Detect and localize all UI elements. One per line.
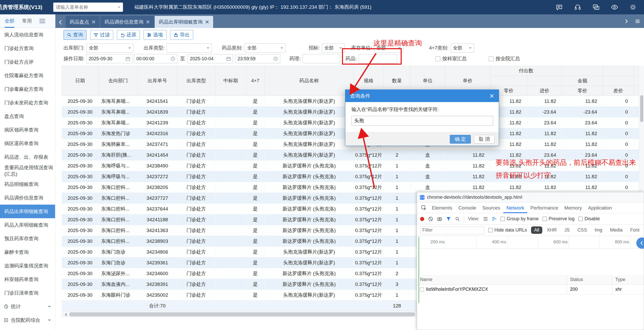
devtools-tab[interactable]: Network [503,203,527,213]
menu-list-icon[interactable] [39,21,45,21]
tabs-scroll-right-icon[interactable] [624,18,629,24]
sidebar-item[interactable]: 盘点查询 [0,109,55,123]
ok-button[interactable]: 确 定 [450,135,471,144]
sidebar-item[interactable]: 药品进、出、存报表 [0,150,55,164]
col-header-bid-period[interactable]: 中标期 [215,66,246,96]
tabs-back-icon[interactable] [58,20,63,25]
col-header-price-diff[interactable]: 差价 [603,86,634,96]
sidebar-item[interactable]: 门诊处方点评 [0,55,55,69]
checkbox-icon[interactable] [435,56,440,61]
time-from-input[interactable]: 00:00:00 [134,54,178,63]
clear-icon[interactable] [428,216,433,222]
sidebar-item[interactable]: 药品调价信息查询 [0,191,55,205]
tabs-menu-icon[interactable] [635,18,640,24]
filter-button[interactable]: 过滤 [90,30,113,40]
request-type-pill[interactable]: Font [627,226,642,234]
devtools-tab[interactable]: Performance [527,203,561,213]
col-header-drug-name[interactable]: 药品名称 [265,66,354,96]
summarize-by-department-checkbox[interactable]: 按科室汇总 [435,54,467,64]
checkbox-icon[interactable] [489,56,494,61]
sidebar-item[interactable]: 门诊未发药处方查询 [0,96,55,109]
request-type-pill[interactable]: Img [591,226,605,234]
checkbox-icon[interactable] [543,217,547,221]
drug-category-select[interactable]: 全部 [245,43,286,53]
col-header-type[interactable]: Type [612,275,644,284]
scroll-left-icon[interactable] [63,313,67,316]
tab-close-icon[interactable] [205,20,209,24]
sidebar-item[interactable]: 药品明细账查询 [0,177,55,191]
record-icon[interactable] [420,217,424,221]
col-header-date[interactable]: 日期 [62,66,99,96]
col-header-out-type[interactable]: 出库类型 [177,66,215,96]
col-header-amount[interactable]: 金额 [562,76,603,86]
horizontal-scroll-thumb[interactable] [69,312,415,316]
col-header-purchase-price[interactable]: 进价 [527,86,562,96]
sidebar-group-inpatient-dispensing[interactable]: 住院配药综合 [0,313,55,327]
sidebar-item[interactable]: 贵重药品使用情况查询(汇总) [0,164,55,177]
pharmacology-input[interactable] [303,54,340,63]
dialog-close-icon[interactable] [490,94,494,98]
sidebar-item[interactable]: 药品入库明细账查询 [0,218,55,232]
summarize-by-hospital-checkbox[interactable]: 按全院汇总 [489,54,520,64]
menu-search-input[interactable] [56,5,118,10]
inspect-element-icon[interactable] [421,205,427,211]
sidebar-item[interactable]: 预且药库存查询 [0,232,55,245]
date-to-input[interactable]: 2025-10-04 [188,54,233,63]
sidebar-item[interactable]: 科室领药单查询 [0,273,55,286]
request-type-pill[interactable]: Media [607,226,626,234]
request-type-pill[interactable]: XHR [544,226,560,234]
menu-search-box[interactable] [53,3,123,12]
document-tab[interactable]: 药品出库明细账查询 [155,16,213,28]
network-filter-input[interactable] [420,226,484,234]
sidebar-item[interactable]: 门诊处方查询 [0,42,55,55]
restore-button[interactable]: 还原 [117,30,140,40]
menu-seg-common[interactable]: 常用 [22,14,32,28]
col-header-dept[interactable]: 去向部门 [99,66,138,96]
request-type-pill[interactable]: JS [561,226,573,234]
search-icon[interactable] [455,216,460,222]
options-button[interactable]: 选项 [143,30,167,40]
bidding-select[interactable]: 全部 [322,43,345,53]
checkbox-icon[interactable] [501,217,505,221]
col-header-retail-amount[interactable]: 零价 [562,86,603,96]
hide-data-urls-checkbox[interactable]: Hide data URLs [488,227,527,233]
col-header-order-no[interactable]: 出库单号 [138,66,177,96]
tab-close-icon[interactable] [92,20,96,24]
sidebar-item[interactable]: 病区领药单查询 [0,123,55,137]
devtools-tab[interactable]: Memory [561,203,585,213]
request-type-pill[interactable]: CSS [574,226,590,234]
checkbox-icon[interactable] [578,217,583,221]
disable-cache-checkbox[interactable]: Disable [578,216,600,222]
group-by-frame-checkbox[interactable]: Group by frame [501,216,539,222]
headset-icon[interactable] [574,3,581,11]
screenshot-camera-icon[interactable] [437,216,442,222]
preserve-log-checkbox[interactable]: Preserve log [543,216,575,222]
cancel-button[interactable]: 取 消 [474,135,495,144]
eye-icon[interactable] [611,3,618,11]
tab-close-icon[interactable] [146,20,150,24]
out-department-select[interactable]: 全部 [86,43,133,53]
message-icon[interactable] [555,3,563,11]
query-button[interactable]: 查询 [64,30,87,40]
devtools-tab[interactable]: Sources [479,203,503,213]
table-row[interactable]: 2025-09-30 东海口腔科... 34238205 门诊处方 是 新达罗缓… [62,182,644,193]
sidebar-item[interactable]: 药品出库明细账查询 [0,205,55,218]
request-type-pill[interactable]: All [531,226,542,234]
checkbox-icon[interactable] [488,228,493,232]
dialog-titlebar[interactable]: 查询条件 [345,90,499,102]
network-timeline[interactable]: 200 ms400 ms600 ms800 ms [417,236,644,249]
sidebar-item[interactable]: 住院毒麻处方查询 [0,69,55,82]
keyword-input[interactable] [351,116,493,126]
sidebar-item[interactable]: 门诊日清单查询 [0,286,55,300]
date-from-input[interactable]: 2025-09-30 [86,54,132,63]
col-header-4plus7[interactable]: 4+7 [246,66,265,96]
devtools-tab[interactable]: Application [585,203,615,213]
chevron-down-icon[interactable] [118,7,120,9]
sidebar-group-statistics[interactable]: 统计 [0,300,55,313]
settings-gear-icon[interactable] [629,3,637,11]
view-grid-icon[interactable] [483,216,488,221]
document-tab[interactable]: 药品调价信息查询 [100,16,154,28]
document-tab[interactable]: 药品盘点 [66,16,100,28]
filter-funnel-icon[interactable] [446,216,451,222]
category-4plus7-select[interactable]: 全部 [451,43,474,53]
